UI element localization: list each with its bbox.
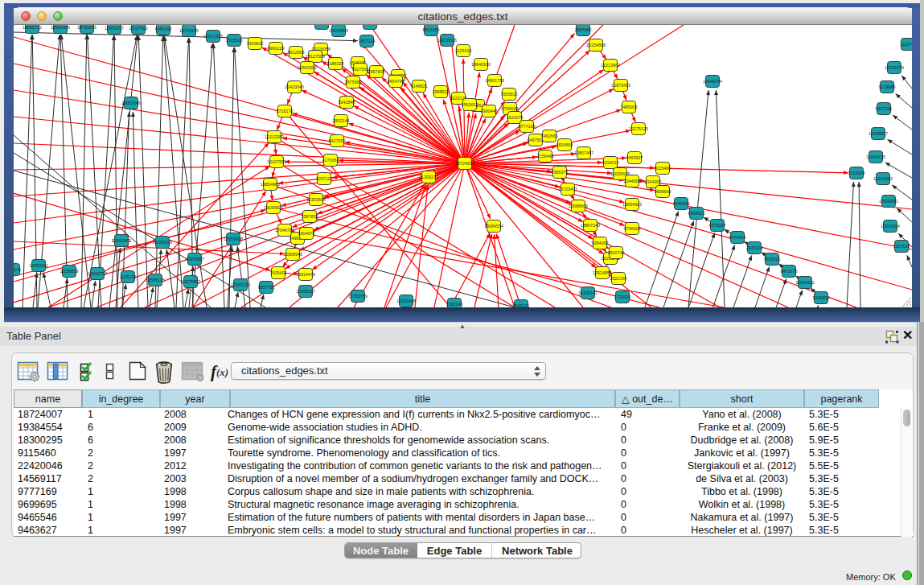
svg-text:10807487: 10807487: [574, 150, 593, 155]
svg-text:10107553: 10107553: [267, 159, 286, 164]
svg-text:2967608: 2967608: [368, 69, 385, 74]
svg-text:2522154: 2522154: [610, 276, 627, 281]
svg-text:16914479: 16914479: [296, 272, 315, 277]
svg-text:15720407: 15720407: [558, 187, 577, 192]
svg-text:7386372: 7386372: [552, 170, 569, 175]
svg-text:1640955: 1640955: [673, 201, 690, 206]
svg-text:15993451: 15993451: [112, 238, 131, 243]
svg-text:16671355: 16671355: [203, 34, 223, 39]
svg-text:2803144: 2803144: [333, 118, 350, 123]
svg-text:18807249: 18807249: [581, 223, 600, 228]
svg-text:1125419: 1125419: [455, 48, 472, 53]
svg-text:3587833: 3587833: [302, 214, 318, 219]
svg-text:3267110: 3267110: [316, 176, 333, 181]
svg-text:1990448: 1990448: [481, 109, 498, 113]
svg-text:9777169: 9777169: [519, 124, 536, 129]
svg-text:10958117: 10958117: [296, 289, 315, 294]
svg-text:9699695: 9699695: [655, 189, 671, 194]
svg-text:18127509: 18127509: [306, 54, 325, 59]
svg-text:2344957: 2344957: [645, 179, 662, 184]
svg-text:9129986: 9129986: [879, 84, 896, 89]
svg-text:15909948: 15909948: [283, 252, 302, 257]
svg-text:15692991: 15692991: [879, 199, 898, 204]
svg-text:8960124: 8960124: [268, 46, 285, 51]
svg-text:6466160: 6466160: [155, 27, 172, 31]
svg-text:1035257: 1035257: [362, 25, 379, 26]
svg-text:1887307: 1887307: [314, 25, 331, 26]
svg-text:11527602: 11527602: [129, 26, 148, 31]
svg-text:6216012: 6216012: [602, 160, 619, 165]
svg-text:6379197: 6379197: [709, 223, 726, 228]
svg-text:4170063: 4170063: [322, 158, 339, 163]
svg-text:13524851: 13524851: [593, 270, 612, 275]
svg-text:10654112: 10654112: [795, 280, 815, 285]
svg-text:9327505: 9327505: [352, 67, 369, 72]
svg-text:19166825: 19166825: [264, 205, 283, 210]
svg-text:7462666: 7462666: [541, 134, 558, 138]
svg-text:9915141: 9915141: [14, 267, 22, 272]
svg-text:12923468: 12923468: [396, 299, 416, 303]
svg-text:8454749: 8454749: [388, 79, 405, 84]
svg-text:9242848: 9242848: [339, 100, 355, 105]
svg-text:2344958: 2344958: [624, 179, 641, 183]
svg-text:10975857: 10975857: [185, 257, 204, 262]
svg-text:18640910: 18640910: [471, 62, 491, 67]
svg-text:10688609: 10688609: [569, 204, 588, 208]
svg-text:1733426: 1733426: [614, 295, 631, 299]
svg-text:9146821: 9146821: [411, 84, 428, 89]
svg-text:9427552: 9427552: [329, 138, 346, 143]
svg-text:10975857: 10975857: [181, 279, 200, 284]
svg-text:8186328: 8186328: [327, 61, 344, 66]
svg-text:9845121: 9845121: [513, 303, 530, 307]
svg-text:10653257: 10653257: [105, 26, 124, 31]
svg-text:(x): (x): [216, 366, 228, 378]
svg-text:10719155: 10719155: [179, 28, 199, 33]
svg-text:8938923: 8938923: [688, 211, 705, 216]
svg-text:14136141: 14136141: [578, 290, 598, 295]
svg-text:9115460: 9115460: [655, 166, 671, 171]
svg-text:20691406: 20691406: [51, 25, 70, 30]
svg-text:10973493: 10973493: [611, 83, 630, 88]
svg-text:12213967: 12213967: [601, 63, 620, 68]
svg-text:9474444: 9474444: [729, 235, 746, 240]
svg-text:12275125: 12275125: [629, 126, 648, 131]
svg-text:8813054: 8813054: [423, 27, 440, 32]
svg-text:3215958: 3215958: [848, 171, 865, 175]
svg-text:15751074: 15751074: [885, 65, 904, 70]
svg-text:20206526: 20206526: [153, 240, 172, 245]
svg-text:1820746: 1820746: [608, 250, 625, 255]
svg-text:1292346: 1292346: [446, 302, 463, 307]
svg-text:3875685: 3875685: [345, 80, 362, 84]
svg-text:2156445: 2156445: [537, 154, 554, 159]
svg-text:12505135: 12505135: [146, 278, 165, 282]
svg-text:7625402: 7625402: [270, 270, 287, 275]
svg-text:14055712: 14055712: [23, 25, 42, 30]
svg-text:17016504: 17016504: [881, 224, 900, 229]
svg-text:16210643: 16210643: [873, 176, 893, 181]
svg-text:1167533: 1167533: [893, 244, 910, 249]
svg-text:11353594: 11353594: [306, 197, 326, 202]
svg-text:18731075: 18731075: [77, 25, 97, 30]
svg-text:12213383: 12213383: [265, 134, 284, 139]
svg-text:10648784: 10648784: [703, 79, 722, 84]
svg-text:9227341: 9227341: [876, 106, 893, 111]
svg-text:16782759: 16782759: [348, 294, 368, 299]
svg-text:19218506: 19218506: [437, 38, 457, 43]
svg-text:18724007: 18724007: [455, 161, 474, 166]
svg-text:1145134: 1145134: [120, 274, 137, 279]
svg-text:9245652: 9245652: [813, 295, 830, 300]
svg-text:19654923: 19654923: [622, 202, 642, 207]
svg-text:1604678: 1604678: [298, 231, 315, 236]
svg-text:17957225: 17957225: [231, 282, 250, 287]
svg-text:17359928: 17359928: [224, 237, 243, 241]
svg-text:2935114: 2935114: [746, 245, 763, 250]
svg-text:1588520: 1588520: [433, 89, 450, 94]
svg-text:6794028: 6794028: [502, 106, 519, 111]
svg-text:14961758: 14961758: [485, 78, 504, 83]
svg-text:19654985: 19654985: [261, 182, 280, 187]
svg-text:1112743: 1112743: [900, 42, 912, 47]
svg-text:1562615: 1562615: [462, 102, 478, 107]
svg-text:16033809: 16033809: [329, 28, 348, 33]
svg-text:8912954: 8912954: [288, 50, 305, 55]
svg-text:7663822: 7663822: [247, 41, 264, 46]
